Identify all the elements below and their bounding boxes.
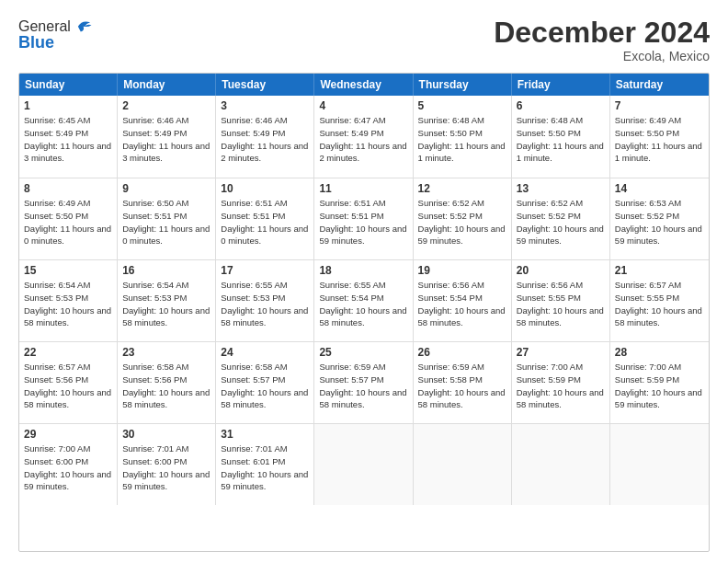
day-num-11: 11 — [319, 182, 407, 195]
day-num-27: 27 — [517, 346, 605, 359]
cal-cell-11: 11 Sunrise: 6:51 AMSunset: 5:51 PMDaylig… — [314, 178, 413, 259]
logo-bird-icon — [73, 17, 93, 37]
cal-cell-12: 12 Sunrise: 6:52 AMSunset: 5:52 PMDaylig… — [414, 178, 512, 259]
cal-cell-23: 23 Sunrise: 6:58 AMSunset: 5:56 PMDaylig… — [118, 342, 216, 423]
day-info-7: Sunrise: 6:49 AMSunset: 5:50 PMDaylight:… — [615, 114, 704, 165]
day-info-24: Sunrise: 6:58 AMSunset: 5:57 PMDaylight:… — [221, 361, 309, 411]
day-num-29: 29 — [24, 428, 112, 441]
day-num-6: 6 — [517, 99, 605, 112]
day-info-31: Sunrise: 7:01 AMSunset: 6:01 PMDaylight:… — [221, 442, 309, 493]
header-saturday: Saturday — [610, 74, 709, 96]
cal-cell-20: 20 Sunrise: 6:56 AMSunset: 5:55 PMDaylig… — [512, 260, 610, 341]
day-info-15: Sunrise: 6:54 AMSunset: 5:53 PMDaylight:… — [24, 279, 112, 329]
day-info-13: Sunrise: 6:52 AMSunset: 5:52 PMDaylight:… — [517, 197, 605, 247]
day-num-21: 21 — [615, 264, 704, 277]
cal-cell-7: 7 Sunrise: 6:49 AMSunset: 5:50 PMDayligh… — [610, 96, 709, 178]
day-num-17: 17 — [221, 264, 309, 277]
day-info-4: Sunrise: 6:47 AMSunset: 5:49 PMDaylight:… — [319, 114, 407, 165]
day-info-3: Sunrise: 6:46 AMSunset: 5:49 PMDaylight:… — [221, 114, 309, 165]
day-num-7: 7 — [615, 99, 704, 112]
day-num-1: 1 — [24, 99, 112, 112]
day-num-13: 13 — [517, 182, 605, 195]
day-num-10: 10 — [221, 182, 309, 195]
day-num-19: 19 — [418, 264, 506, 277]
day-num-4: 4 — [319, 99, 407, 112]
header-thursday: Thursday — [414, 74, 512, 96]
day-info-14: Sunrise: 6:53 AMSunset: 5:52 PMDaylight:… — [615, 197, 704, 247]
day-info-5: Sunrise: 6:48 AMSunset: 5:50 PMDaylight:… — [418, 114, 506, 165]
week-row-5: 29 Sunrise: 7:00 AMSunset: 6:00 PMDaylig… — [19, 423, 709, 505]
day-num-15: 15 — [24, 264, 112, 277]
day-num-22: 22 — [24, 346, 112, 359]
day-info-21: Sunrise: 6:57 AMSunset: 5:55 PMDaylight:… — [615, 279, 704, 329]
day-info-16: Sunrise: 6:54 AMSunset: 5:53 PMDaylight:… — [122, 279, 210, 329]
cal-cell-9: 9 Sunrise: 6:50 AMSunset: 5:51 PMDayligh… — [118, 178, 216, 259]
cal-cell-5: 5 Sunrise: 6:48 AMSunset: 5:50 PMDayligh… — [414, 96, 512, 178]
day-num-12: 12 — [418, 182, 506, 195]
day-info-30: Sunrise: 7:01 AMSunset: 6:00 PMDaylight:… — [122, 442, 210, 493]
day-info-12: Sunrise: 6:52 AMSunset: 5:52 PMDaylight:… — [418, 197, 506, 247]
cal-cell-empty-4 — [610, 424, 709, 505]
cal-cell-17: 17 Sunrise: 6:55 AMSunset: 5:53 PMDaylig… — [216, 260, 314, 341]
header-tuesday: Tuesday — [216, 74, 314, 96]
location: Excola, Mexico — [494, 49, 710, 63]
day-info-18: Sunrise: 6:55 AMSunset: 5:54 PMDaylight:… — [319, 279, 407, 329]
cal-cell-empty-3 — [512, 424, 610, 505]
day-num-5: 5 — [418, 99, 506, 112]
cal-cell-28: 28 Sunrise: 7:00 AMSunset: 5:59 PMDaylig… — [610, 342, 709, 423]
cal-cell-22: 22 Sunrise: 6:57 AMSunset: 5:56 PMDaylig… — [19, 342, 118, 423]
cal-cell-27: 27 Sunrise: 7:00 AMSunset: 5:59 PMDaylig… — [512, 342, 610, 423]
cal-cell-empty-1 — [314, 424, 413, 505]
cal-cell-14: 14 Sunrise: 6:53 AMSunset: 5:52 PMDaylig… — [610, 178, 709, 259]
week-row-4: 22 Sunrise: 6:57 AMSunset: 5:56 PMDaylig… — [19, 341, 709, 423]
day-num-20: 20 — [517, 264, 605, 277]
day-info-11: Sunrise: 6:51 AMSunset: 5:51 PMDaylight:… — [319, 197, 407, 247]
day-info-10: Sunrise: 6:51 AMSunset: 5:51 PMDaylight:… — [221, 197, 309, 247]
day-num-25: 25 — [319, 346, 407, 359]
day-info-6: Sunrise: 6:48 AMSunset: 5:50 PMDaylight:… — [517, 114, 605, 165]
week-row-3: 15 Sunrise: 6:54 AMSunset: 5:53 PMDaylig… — [19, 259, 709, 341]
cal-cell-25: 25 Sunrise: 6:59 AMSunset: 5:57 PMDaylig… — [314, 342, 413, 423]
day-num-3: 3 — [221, 99, 309, 112]
day-info-1: Sunrise: 6:45 AMSunset: 5:49 PMDaylight:… — [24, 114, 112, 165]
day-num-2: 2 — [122, 99, 210, 112]
header-wednesday: Wednesday — [314, 74, 413, 96]
day-info-27: Sunrise: 7:00 AMSunset: 5:59 PMDaylight:… — [517, 361, 605, 411]
cal-cell-4: 4 Sunrise: 6:47 AMSunset: 5:49 PMDayligh… — [314, 96, 413, 178]
cal-cell-18: 18 Sunrise: 6:55 AMSunset: 5:54 PMDaylig… — [314, 260, 413, 341]
cal-cell-6: 6 Sunrise: 6:48 AMSunset: 5:50 PMDayligh… — [512, 96, 610, 178]
day-info-2: Sunrise: 6:46 AMSunset: 5:49 PMDaylight:… — [122, 114, 210, 165]
cal-cell-8: 8 Sunrise: 6:49 AMSunset: 5:50 PMDayligh… — [19, 178, 118, 259]
day-num-18: 18 — [319, 264, 407, 277]
day-num-30: 30 — [122, 428, 210, 441]
day-info-23: Sunrise: 6:58 AMSunset: 5:56 PMDaylight:… — [122, 361, 210, 411]
day-info-25: Sunrise: 6:59 AMSunset: 5:57 PMDaylight:… — [319, 361, 407, 411]
day-num-28: 28 — [615, 346, 704, 359]
cal-cell-21: 21 Sunrise: 6:57 AMSunset: 5:55 PMDaylig… — [610, 260, 709, 341]
day-info-28: Sunrise: 7:00 AMSunset: 5:59 PMDaylight:… — [615, 361, 704, 411]
day-info-29: Sunrise: 7:00 AMSunset: 6:00 PMDaylight:… — [24, 442, 112, 493]
header-monday: Monday — [118, 74, 216, 96]
day-info-8: Sunrise: 6:49 AMSunset: 5:50 PMDaylight:… — [24, 197, 112, 247]
day-info-20: Sunrise: 6:56 AMSunset: 5:55 PMDaylight:… — [517, 279, 605, 329]
day-info-9: Sunrise: 6:50 AMSunset: 5:51 PMDaylight:… — [122, 197, 210, 247]
day-info-22: Sunrise: 6:57 AMSunset: 5:56 PMDaylight:… — [24, 361, 112, 411]
day-info-17: Sunrise: 6:55 AMSunset: 5:53 PMDaylight:… — [221, 279, 309, 329]
cal-cell-13: 13 Sunrise: 6:52 AMSunset: 5:52 PMDaylig… — [512, 178, 610, 259]
header-sunday: Sunday — [19, 74, 118, 96]
day-num-24: 24 — [221, 346, 309, 359]
day-num-26: 26 — [418, 346, 506, 359]
cal-cell-2: 2 Sunrise: 6:46 AMSunset: 5:49 PMDayligh… — [118, 96, 216, 178]
day-num-9: 9 — [122, 182, 210, 195]
month-title: December 2024 — [494, 17, 710, 49]
cal-cell-10: 10 Sunrise: 6:51 AMSunset: 5:51 PMDaylig… — [216, 178, 314, 259]
day-num-23: 23 — [122, 346, 210, 359]
calendar-body: 1 Sunrise: 6:45 AMSunset: 5:49 PMDayligh… — [19, 96, 709, 505]
week-row-2: 8 Sunrise: 6:49 AMSunset: 5:50 PMDayligh… — [19, 178, 709, 259]
page: General Blue December 2024 Excola, Mexic… — [0, 0, 728, 563]
cal-cell-24: 24 Sunrise: 6:58 AMSunset: 5:57 PMDaylig… — [216, 342, 314, 423]
day-num-31: 31 — [221, 428, 309, 441]
cal-cell-3: 3 Sunrise: 6:46 AMSunset: 5:49 PMDayligh… — [216, 96, 314, 178]
cal-cell-29: 29 Sunrise: 7:00 AMSunset: 6:00 PMDaylig… — [19, 424, 118, 505]
day-info-19: Sunrise: 6:56 AMSunset: 5:54 PMDaylight:… — [418, 279, 506, 329]
